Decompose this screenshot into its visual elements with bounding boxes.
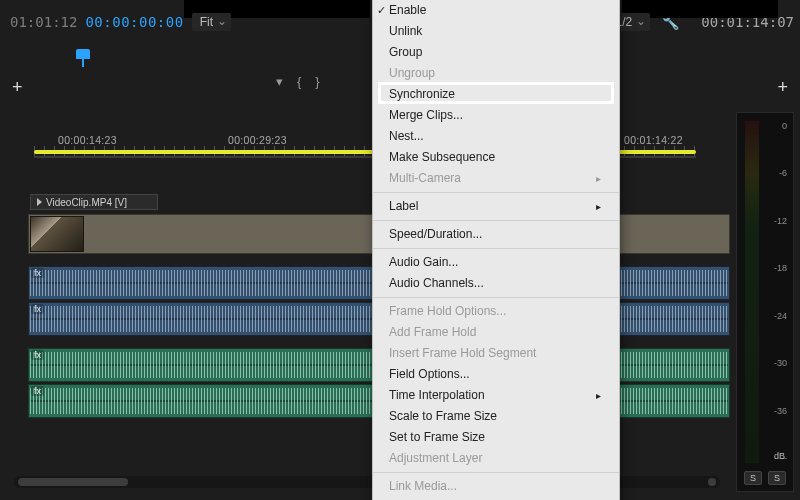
playhead-icon[interactable]: [76, 49, 90, 67]
meter-tick: -24: [757, 311, 787, 321]
solo-button-left[interactable]: S: [744, 471, 762, 485]
menu-item-make-subsequence[interactable]: Make Subsequence: [373, 147, 619, 168]
fx-badge: fx: [31, 304, 44, 314]
menu-item-insert-frame-hold-segment: Insert Frame Hold Segment: [373, 343, 619, 364]
menu-item-link-media: Link Media...: [373, 476, 619, 497]
menu-item-label: Field Options...: [389, 366, 470, 383]
meter-db-label: dB: [774, 451, 785, 461]
meter-tick: -30: [757, 358, 787, 368]
menu-item-speed-duration[interactable]: Speed/Duration...: [373, 224, 619, 245]
fx-badge: fx: [31, 268, 44, 278]
program-timecode[interactable]: 00:00:00:00: [85, 14, 183, 30]
marker-icon[interactable]: ▾: [276, 74, 283, 89]
menu-item-enable[interactable]: Enable: [373, 0, 619, 21]
meter-tick: -6: [757, 168, 787, 178]
scrollbar-thumb[interactable]: [18, 478, 128, 486]
expand-arrow-icon[interactable]: [37, 198, 42, 206]
menu-item-merge-clips[interactable]: Merge Clips...: [373, 105, 619, 126]
audio-meter-panel: 0 -6 -12 -18 -24 -30 -36 -- dB S S: [736, 112, 794, 492]
menu-item-label: Speed/Duration...: [389, 226, 482, 243]
menu-item-nest[interactable]: Nest...: [373, 126, 619, 147]
menu-item-label: Insert Frame Hold Segment: [389, 345, 536, 362]
meter-tick: -36: [757, 406, 787, 416]
menu-item-label: Audio Gain...: [389, 254, 458, 271]
menu-item-add-frame-hold: Add Frame Hold: [373, 322, 619, 343]
menu-item-adjustment-layer: Adjustment Layer: [373, 448, 619, 469]
solo-button-right[interactable]: S: [768, 471, 786, 485]
menu-item-label: Unlink: [389, 23, 422, 40]
menu-separator: [373, 192, 619, 193]
menu-item-time-interpolation[interactable]: Time Interpolation: [373, 385, 619, 406]
add-button-right[interactable]: +: [777, 77, 788, 98]
scrollbar-end-handle[interactable]: [708, 478, 716, 486]
meter-tick: -18: [757, 263, 787, 273]
menu-item-label: Synchronize: [389, 86, 455, 103]
menu-item-multi-camera: Multi-Camera: [373, 168, 619, 189]
source-timecode: 01:01:12: [10, 14, 77, 30]
menu-item-label: Nest...: [389, 128, 424, 145]
menu-item-label[interactable]: Label: [373, 196, 619, 217]
menu-item-label: Ungroup: [389, 65, 435, 82]
menu-item-label: Audio Channels...: [389, 275, 484, 292]
timeline-panel: 00:00:14:23 00:00:29:23 00:00:44:___ 00:…: [0, 130, 730, 418]
menu-item-frame-hold-options: Frame Hold Options...: [373, 301, 619, 322]
menu-separator: [373, 220, 619, 221]
clip-name-chip[interactable]: VideoClip.MP4 [V]: [30, 194, 158, 210]
clip-thumbnail: [30, 216, 84, 252]
time-ruler[interactable]: 00:00:14:23 00:00:29:23 00:00:44:___ 00:…: [0, 130, 730, 156]
menu-item-field-options[interactable]: Field Options...: [373, 364, 619, 385]
menu-item-label: Time Interpolation: [389, 387, 485, 404]
menu-item-label: Multi-Camera: [389, 170, 461, 187]
add-button-left[interactable]: +: [12, 77, 23, 98]
fx-badge: fx: [31, 386, 44, 396]
menu-item-label: Link Media...: [389, 478, 457, 495]
transport-tool-icons: ▾ { }: [276, 74, 320, 89]
menu-item-label: Enable: [389, 2, 426, 19]
menu-item-label: Set to Frame Size: [389, 429, 485, 446]
menu-item-label: Add Frame Hold: [389, 324, 476, 341]
zoom-fit-dropdown[interactable]: Fit: [192, 13, 231, 31]
menu-item-label: Frame Hold Options...: [389, 303, 506, 320]
menu-separator: [373, 248, 619, 249]
menu-item-audio-gain[interactable]: Audio Gain...: [373, 252, 619, 273]
menu-item-label: Label: [389, 198, 418, 215]
tracks-area: VideoClip.MP4 [V] fx fx fx fx: [0, 194, 730, 418]
meter-tick: 0: [757, 121, 787, 131]
menu-item-unlink[interactable]: Unlink: [373, 21, 619, 42]
menu-separator: [373, 297, 619, 298]
clip-name-label: VideoClip.MP4 [V]: [46, 197, 127, 208]
ruler-label: 00:00:29:23: [228, 134, 287, 146]
out-bracket-icon[interactable]: }: [315, 74, 319, 89]
menu-item-audio-channels[interactable]: Audio Channels...: [373, 273, 619, 294]
clip-context-menu[interactable]: EnableUnlinkGroupUngroupSynchronizeMerge…: [372, 0, 620, 500]
menu-separator: [373, 472, 619, 473]
menu-item-label: Group: [389, 44, 422, 61]
meter-tick: -12: [757, 216, 787, 226]
menu-item-label: Adjustment Layer: [389, 450, 482, 467]
ruler-label: 00:00:14:23: [58, 134, 117, 146]
menu-item-label: Merge Clips...: [389, 107, 463, 124]
menu-item-synchronize[interactable]: Synchronize: [373, 84, 619, 105]
in-bracket-icon[interactable]: {: [297, 74, 301, 89]
menu-item-set-to-frame-size[interactable]: Set to Frame Size: [373, 427, 619, 448]
menu-item-label: Scale to Frame Size: [389, 408, 497, 425]
menu-item-label: Make Subsequence: [389, 149, 495, 166]
menu-item-scale-to-frame-size[interactable]: Scale to Frame Size: [373, 406, 619, 427]
menu-item-group[interactable]: Group: [373, 42, 619, 63]
ruler-label: 00:01:14:22: [624, 134, 683, 146]
fx-badge: fx: [31, 350, 44, 360]
menu-item-ungroup: Ungroup: [373, 63, 619, 84]
audio-meter-scale: 0 -6 -12 -18 -24 -30 -36 --: [757, 121, 787, 463]
